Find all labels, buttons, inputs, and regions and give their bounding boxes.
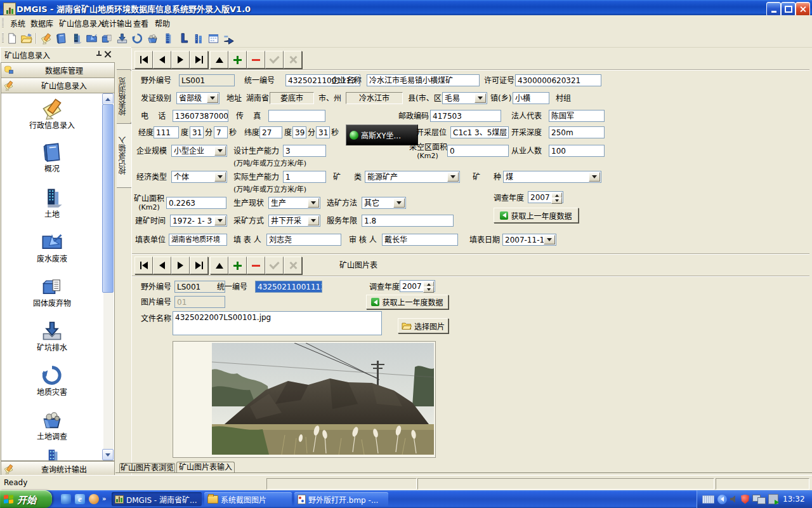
postcode-input[interactable]: 417503	[430, 110, 501, 122]
service-years-input[interactable]: 1.8	[362, 215, 454, 227]
auditor-input[interactable]: 戴长华	[382, 234, 458, 246]
toolbar-button-column-stat[interactable]	[176, 32, 190, 45]
longitude-min-input[interactable]: 31	[190, 126, 204, 138]
actual-capacity-input[interactable]: 1	[283, 171, 326, 183]
nav2-add-button[interactable]	[228, 257, 247, 274]
nav1-cancel-button[interactable]	[284, 51, 302, 69]
toolbar-button-geo-hazard[interactable]	[131, 32, 144, 45]
sidebar-item-mine-drainage[interactable]: 矿坑排水	[13, 319, 91, 352]
nav1-last-button[interactable]	[190, 51, 208, 69]
vtab-table-browse[interactable]: 按表格浏览	[117, 69, 132, 124]
sidebar-item-wastewater[interactable]: 废水废液	[13, 231, 91, 264]
pic-unified-no-input[interactable]: 43250211001113	[255, 281, 322, 293]
license-level-select[interactable]: 省部级	[176, 92, 219, 104]
toolbar-button-twin-towers[interactable]	[192, 32, 205, 45]
quick-launch-app-icon[interactable]	[89, 494, 99, 504]
sidebar-item-land[interactable]: 土地	[13, 186, 91, 219]
toolbar-button-new-file[interactable]	[5, 32, 18, 45]
enterprise-scale-select[interactable]: 小型企业	[171, 145, 227, 157]
chevron-down-icon[interactable]	[207, 93, 218, 103]
sidebar-item-geo-hazard[interactable]: 地质灾害	[13, 364, 91, 397]
nav2-delete-button[interactable]	[247, 257, 265, 274]
nav1-delete-button[interactable]	[247, 51, 265, 69]
toolbar-button-land-survey[interactable]	[146, 32, 159, 45]
gauss-xy-button[interactable]: 高斯XY坐...	[346, 124, 418, 145]
chevron-down-icon[interactable]	[308, 198, 319, 208]
mining-depth-input[interactable]: 250m	[549, 126, 605, 138]
license-no-input[interactable]: 4300000620321	[515, 74, 601, 86]
toolbar-button-mine-drainage[interactable]	[115, 32, 129, 45]
chevron-down-icon[interactable]	[214, 146, 226, 156]
latitude-deg-input[interactable]: 27	[259, 126, 282, 138]
chevron-down-icon[interactable]	[393, 198, 405, 208]
nav1-next-button[interactable]	[171, 51, 190, 69]
pin-icon[interactable]	[96, 51, 102, 58]
nav1-post-button[interactable]	[265, 51, 284, 69]
pic-survey-year-spinner[interactable]: 2007	[400, 280, 435, 292]
nav1-top-button[interactable]	[210, 51, 228, 69]
fill-unit-input[interactable]: 湖南省地质环境	[169, 234, 227, 246]
menu-view[interactable]: 查看	[131, 17, 151, 29]
menu-help[interactable]: 帮助	[152, 17, 173, 29]
design-capacity-input[interactable]: 3	[283, 145, 326, 157]
start-button[interactable]: 开始	[0, 490, 52, 508]
close-button[interactable]	[796, 2, 810, 17]
hide-icons-chevron-icon[interactable]	[717, 495, 727, 504]
nav2-last-button[interactable]	[190, 257, 208, 274]
toolbar-button-land[interactable]	[70, 32, 83, 45]
sidebar-item-land-survey[interactable]: 土地调查	[13, 408, 91, 441]
minimize-button[interactable]	[766, 2, 781, 17]
sidebar-item-solid-waste[interactable]: 固体废弃物	[13, 275, 91, 308]
taskbar-task-dmgis[interactable]: DMGIS - 湖南省矿...	[112, 492, 202, 506]
volume-icon[interactable]	[730, 495, 738, 504]
nav2-first-button[interactable]	[134, 257, 153, 274]
toolbar-button-tower[interactable]	[161, 32, 174, 45]
sidebar-scroll-down[interactable]	[102, 449, 114, 460]
sidebar-group-mine-entry[interactable]: 矿山信息录入	[1, 77, 115, 93]
toolbar-button-open-file[interactable]	[20, 32, 33, 45]
fax-input[interactable]	[268, 110, 325, 122]
fetch-last-year-button[interactable]: 获取上一年度数据	[494, 208, 579, 223]
latitude-sec-input[interactable]: 31	[316, 126, 330, 138]
fill-date-dropdown[interactable]: 2007-11-13	[502, 234, 556, 246]
survey-year-spinner[interactable]: 2007	[528, 191, 563, 203]
economic-type-select[interactable]: 个体	[171, 171, 227, 183]
toolbar-button-wastewater[interactable]	[85, 32, 98, 45]
enterprise-name-input[interactable]: 冷水江市毛易镇小横煤矿	[367, 74, 480, 86]
security-shield-icon[interactable]	[741, 495, 749, 504]
mine-class-select[interactable]: 能源矿产	[365, 171, 460, 183]
toolbar-button-export[interactable]	[222, 32, 235, 45]
tray-app-icon[interactable]	[768, 494, 778, 504]
tab-picture-entry[interactable]: 矿山图片表输入	[176, 462, 235, 473]
chevron-down-icon[interactable]	[308, 216, 319, 225]
fill-person-input[interactable]: 刘志尧	[266, 234, 341, 246]
pic-no-input[interactable]: 01	[174, 296, 225, 308]
quick-launch-ie-icon[interactable]: e	[75, 494, 85, 504]
nav2-next-button[interactable]	[171, 257, 190, 274]
nav2-prev-button[interactable]	[153, 257, 171, 274]
spin-down-icon[interactable]	[423, 286, 434, 293]
employees-input[interactable]: 100	[549, 145, 605, 157]
keyboard-tray-icon[interactable]	[702, 495, 714, 504]
chevron-down-icon[interactable]	[544, 235, 555, 244]
mining-layer-input[interactable]: C1c1 3、5煤层	[450, 126, 509, 138]
menu-database[interactable]: 数据库	[28, 17, 56, 29]
restore-button[interactable]	[781, 2, 796, 17]
taskbar-task-screenshots-folder[interactable]: 系统截图图片	[204, 492, 292, 506]
nav1-first-button[interactable]	[134, 51, 153, 69]
sidebar-close-icon[interactable]	[104, 50, 112, 58]
build-time-dropdown[interactable]: 1972- 1- 3	[170, 215, 227, 227]
county-select[interactable]: 毛易	[442, 92, 487, 104]
choose-picture-button[interactable]: 选择图片	[398, 318, 449, 333]
nav2-post-button[interactable]	[265, 257, 284, 274]
longitude-sec-input[interactable]: 7	[214, 126, 228, 138]
sidebar-item-admin-entry[interactable]: 行政信息录入	[13, 97, 91, 130]
chevron-down-icon[interactable]	[589, 172, 600, 182]
toolbar-button-overview[interactable]	[55, 32, 68, 45]
menu-stat-output[interactable]: 统计输出	[99, 17, 134, 29]
production-status-select[interactable]: 生产	[268, 197, 320, 209]
spin-down-icon[interactable]	[551, 197, 562, 204]
nav1-prev-button[interactable]	[153, 51, 171, 69]
file-name-input[interactable]: 4325022007LS00101.jpg	[173, 311, 382, 335]
goaf-area-input[interactable]: 0	[447, 145, 509, 157]
